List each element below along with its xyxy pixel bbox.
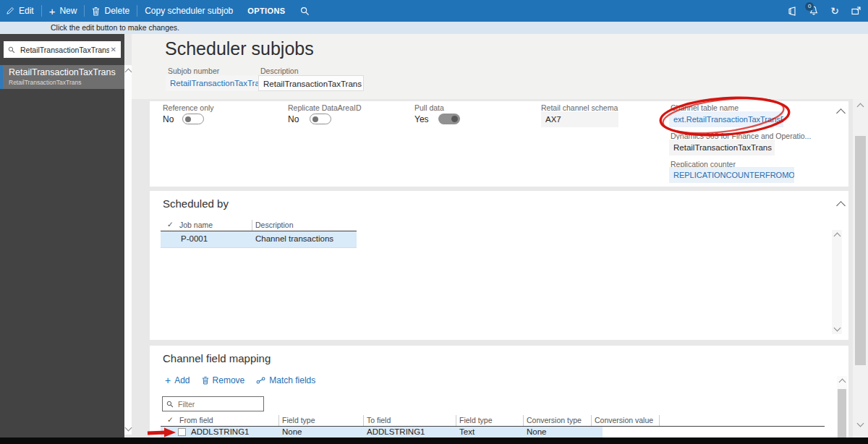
bottom-edge-bar (0, 437, 868, 444)
scroll-down-icon[interactable] (125, 424, 132, 432)
page-header: Scheduler subjobs Subjob number RetailTr… (132, 34, 868, 99)
d365-table-field[interactable]: RetailTransactionTaxTrans (669, 140, 775, 155)
cell-conversion-type: None (527, 427, 547, 436)
header-underline (161, 415, 825, 427)
pull-data-label: Pull data (414, 103, 444, 112)
scheduled-by-title: Scheduled by (163, 197, 229, 210)
record-list-panel: ✕ RetailTransactionTaxTrans RetailTransa… (0, 34, 124, 437)
filter-box (162, 396, 264, 411)
edit-button[interactable]: Edit (0, 0, 41, 22)
command-bar: Edit + New Delete Copy scheduler subjob … (0, 0, 868, 22)
match-link-icon (256, 377, 265, 384)
scroll-up-icon[interactable] (125, 69, 132, 76)
titlebar-icons: 0 ↻ (788, 0, 861, 22)
grid-scrollbar[interactable] (837, 376, 847, 437)
cell-description: Channel transactions (255, 234, 333, 243)
cell-to-field: ADDLSTRING1 (367, 427, 425, 436)
table-row[interactable]: ADDLSTRING1 None ADDLSTRING1 Text None (161, 427, 825, 437)
add-button[interactable]: + Add (165, 375, 190, 386)
collapse-panel-icon[interactable] (836, 108, 846, 118)
sidebar-search-box: ✕ (4, 41, 121, 58)
remove-button[interactable]: Remove (202, 375, 245, 386)
options-menu[interactable]: OPTIONS (240, 0, 292, 22)
cell-field-type-1: None (282, 427, 302, 436)
replicate-dataareaid-value: No (288, 114, 299, 124)
sidebar-scrollbar[interactable] (124, 65, 132, 435)
channel-field-mapping-panel: Channel field mapping + Add Remove Match… (150, 346, 848, 437)
delete-button[interactable]: Delete (85, 0, 137, 22)
info-message: Click the edit button to make changes. (51, 23, 179, 32)
trash-icon (202, 376, 209, 385)
scheduled-by-panel: Scheduled by ✓ Job name Description P-00… (150, 191, 848, 340)
scroll-down-icon[interactable] (857, 420, 864, 427)
search-button[interactable] (293, 0, 317, 22)
reference-only-value: No (163, 114, 174, 124)
scroll-up-icon[interactable] (857, 103, 864, 111)
record-subtitle: RetailTransactionTaxTrans (9, 79, 124, 86)
mapping-actions: + Add Remove Match fields (165, 375, 315, 386)
retail-channel-schema-field[interactable]: AX7 (541, 111, 618, 127)
cell-field-type-2: Text (459, 427, 475, 436)
pencil-icon (6, 7, 14, 15)
notifications-bell-icon[interactable]: 0 (809, 6, 818, 16)
search-icon (166, 401, 174, 408)
page-title: Scheduler subjobs (165, 38, 314, 59)
header-underline (161, 220, 357, 231)
info-message-bar: Click the edit button to make changes. (0, 22, 868, 34)
replication-counter-field[interactable]: REPLICATIONCOUNTERFROMO... (669, 167, 794, 183)
description-field[interactable]: RetailTransactionTaxTrans (258, 75, 364, 91)
row-checkbox[interactable] (178, 428, 186, 436)
replicate-dataareaid-toggle[interactable] (310, 114, 331, 124)
subjob-details-panel: Reference only No Replicate DataAreaID N… (150, 101, 848, 187)
description-label: Description (260, 67, 299, 75)
match-fields-button[interactable]: Match fields (256, 375, 315, 386)
search-icon (8, 46, 15, 54)
page-scrollbar[interactable] (853, 99, 868, 437)
grid-scrollbar[interactable] (832, 230, 842, 334)
reference-only-toggle[interactable] (182, 114, 204, 124)
new-button[interactable]: + New (42, 0, 85, 22)
scrollbar-thumb[interactable] (855, 136, 866, 365)
channel-table-name-field[interactable]: ext.RetailTransactionTaxTransEX... (669, 111, 783, 127)
clear-search-icon[interactable]: ✕ (111, 46, 116, 54)
office-app-icon[interactable] (788, 7, 797, 16)
record-list-item-selected[interactable]: RetailTransactionTaxTrans RetailTransact… (0, 65, 124, 89)
scroll-up-icon[interactable] (834, 233, 841, 240)
expand-window-icon[interactable] (851, 7, 861, 15)
plus-icon: + (165, 375, 171, 386)
record-title: RetailTransactionTaxTrans (9, 67, 124, 77)
trash-icon (92, 7, 100, 16)
collapse-panel-icon[interactable] (836, 201, 846, 210)
scroll-up-icon[interactable] (839, 379, 846, 386)
scroll-down-icon[interactable] (834, 325, 841, 332)
pull-data-toggle[interactable] (438, 114, 460, 124)
subjob-number-label: Subjob number (168, 67, 219, 75)
search-icon (300, 7, 310, 16)
channel-field-mapping-title: Channel field mapping (163, 352, 271, 364)
reference-only-label: Reference only (163, 103, 214, 112)
refresh-icon[interactable]: ↻ (830, 6, 839, 16)
table-row[interactable]: P-0001 Channel transactions (161, 231, 357, 248)
filter-input[interactable] (176, 399, 260, 409)
copy-scheduler-subjob-button[interactable]: Copy scheduler subjob (137, 0, 240, 22)
replicate-dataareaid-label: Replicate DataAreaID (288, 103, 362, 112)
sidebar-search-input[interactable] (19, 45, 111, 55)
pull-data-value: Yes (414, 114, 429, 124)
app-window: { "colors": { "accent_blue": "#2173b8", … (0, 0, 868, 444)
scrollbar-thumb[interactable] (838, 389, 846, 437)
cell-job-name: P-0001 (181, 234, 208, 243)
cell-from-field: ADDLSTRING1 (191, 427, 250, 436)
plus-icon: + (49, 5, 56, 17)
